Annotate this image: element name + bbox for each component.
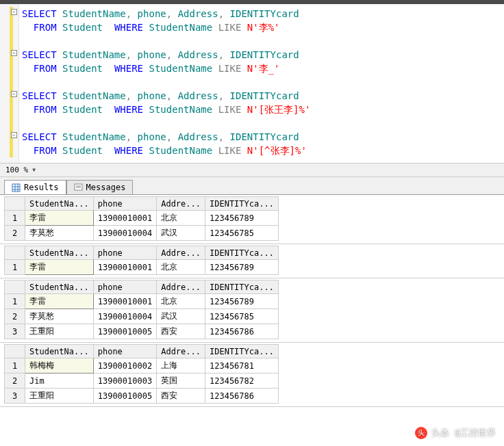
- table-cell[interactable]: 王重阳: [25, 389, 94, 404]
- column-header[interactable]: Addre...: [157, 345, 205, 358]
- table-cell[interactable]: 北京: [157, 260, 205, 275]
- table-cell[interactable]: 13900010005: [93, 389, 156, 404]
- rownum-cell[interactable]: 1: [5, 294, 25, 309]
- code-line[interactable]: −SELECT StudentName, phone, Address, IDE…: [19, 48, 504, 62]
- code-line[interactable]: FROM Student WHERE StudentName LIKE N'[张…: [19, 103, 504, 116]
- table-cell[interactable]: 123456786: [205, 324, 278, 339]
- table-row[interactable]: 2李莫愁13900010004武汉123456785: [5, 226, 279, 241]
- table-cell[interactable]: 李莫愁: [25, 309, 94, 324]
- table-cell[interactable]: 123456782: [205, 373, 278, 389]
- rownum-header[interactable]: [5, 345, 25, 358]
- table-cell[interactable]: 英国: [157, 373, 205, 389]
- column-header[interactable]: Addre...: [157, 280, 205, 294]
- zoom-value[interactable]: 100 %: [5, 166, 28, 174]
- column-header[interactable]: StudentNa...: [25, 280, 94, 294]
- code-line[interactable]: [19, 116, 504, 130]
- table-row[interactable]: 2Jim13900010003英国123456782: [5, 373, 279, 389]
- table-cell[interactable]: 123456786: [205, 389, 278, 404]
- rownum-cell[interactable]: 3: [5, 389, 25, 404]
- table-cell[interactable]: 123456789: [205, 294, 278, 309]
- table-cell[interactable]: 123456789: [205, 260, 278, 275]
- column-header[interactable]: phone: [93, 345, 156, 358]
- column-header[interactable]: phone: [93, 197, 156, 211]
- rownum-cell[interactable]: 1: [5, 260, 25, 275]
- table-row[interactable]: 1李雷13900010001北京123456789: [5, 211, 279, 226]
- tab-results-label: Results: [24, 183, 59, 192]
- table-cell[interactable]: 韩梅梅: [25, 358, 94, 373]
- table-cell[interactable]: 西安: [157, 324, 205, 339]
- table-cell[interactable]: 123456785: [205, 309, 278, 324]
- code-line[interactable]: −SELECT StudentName, phone, Address, IDE…: [19, 7, 504, 21]
- column-header[interactable]: IDENTITYca...: [205, 246, 278, 260]
- table-cell[interactable]: 123456789: [205, 211, 278, 226]
- table-cell[interactable]: 上海: [157, 358, 205, 373]
- column-header[interactable]: IDENTITYca...: [205, 197, 278, 211]
- fold-icon[interactable]: −: [11, 91, 17, 97]
- rownum-cell[interactable]: 2: [5, 226, 25, 241]
- column-header[interactable]: phone: [93, 246, 156, 260]
- table-cell[interactable]: 西安: [157, 389, 205, 404]
- rownum-header[interactable]: [5, 280, 25, 294]
- table-cell[interactable]: 北京: [157, 211, 205, 226]
- table-cell[interactable]: 13900010001: [93, 260, 156, 275]
- table-row[interactable]: 1李雷13900010001北京123456789: [5, 260, 279, 275]
- fold-icon[interactable]: −: [11, 9, 17, 15]
- column-header[interactable]: Addre...: [157, 246, 205, 260]
- fold-icon[interactable]: −: [11, 132, 17, 138]
- column-header[interactable]: IDENTITYca...: [205, 345, 278, 358]
- table-cell[interactable]: 李雷: [25, 260, 94, 275]
- result-table: StudentNa...phoneAddre...IDENTITYca...1李…: [4, 280, 279, 339]
- table-row[interactable]: 1韩梅梅13900010002上海123456781: [5, 358, 279, 373]
- rownum-cell[interactable]: 1: [5, 211, 25, 226]
- table-cell[interactable]: 13900010003: [93, 373, 156, 389]
- tab-results[interactable]: Results: [4, 180, 66, 194]
- rownum-cell[interactable]: 1: [5, 358, 25, 373]
- rownum-header[interactable]: [5, 197, 25, 211]
- table-cell[interactable]: 13900010004: [93, 226, 156, 241]
- table-cell[interactable]: 13900010005: [93, 324, 156, 339]
- table-row[interactable]: 3王重阳13900010005西安123456786: [5, 324, 279, 339]
- table-cell[interactable]: 李雷: [25, 211, 94, 226]
- table-cell[interactable]: 北京: [157, 294, 205, 309]
- result-table: StudentNa...phoneAddre...IDENTITYca...1李…: [4, 246, 279, 275]
- table-cell[interactable]: 123456785: [205, 226, 278, 241]
- table-cell[interactable]: 李雷: [25, 294, 94, 309]
- rownum-cell[interactable]: 2: [5, 373, 25, 389]
- table-cell[interactable]: 13900010002: [93, 358, 156, 373]
- table-header-row: StudentNa...phoneAddre...IDENTITYca...: [5, 280, 279, 294]
- code-line[interactable]: −SELECT StudentName, phone, Address, IDE…: [19, 89, 504, 103]
- code-line[interactable]: [19, 75, 504, 89]
- code-line[interactable]: FROM Student WHERE StudentName LIKE N'李%…: [19, 21, 504, 34]
- tab-messages[interactable]: Messages: [66, 180, 134, 194]
- table-cell[interactable]: 武汉: [157, 309, 205, 324]
- table-cell[interactable]: 王重阳: [25, 324, 94, 339]
- fold-icon[interactable]: −: [11, 50, 17, 56]
- column-header[interactable]: StudentNa...: [25, 197, 94, 211]
- column-header[interactable]: StudentNa...: [25, 246, 94, 260]
- code-line[interactable]: FROM Student WHERE StudentName LIKE N'李_…: [19, 62, 504, 75]
- table-cell[interactable]: 李莫愁: [25, 226, 94, 241]
- column-header[interactable]: phone: [93, 280, 156, 294]
- table-cell[interactable]: 武汉: [157, 226, 205, 241]
- table-cell[interactable]: Jim: [25, 373, 94, 389]
- rownum-cell[interactable]: 3: [5, 324, 25, 339]
- rownum-header[interactable]: [5, 246, 25, 260]
- sql-editor[interactable]: −SELECT StudentName, phone, Address, IDE…: [0, 4, 504, 163]
- tab-messages-label: Messages: [86, 183, 126, 192]
- table-row[interactable]: 2李莫愁13900010004武汉123456785: [5, 309, 279, 324]
- table-cell[interactable]: 13900010004: [93, 309, 156, 324]
- column-header[interactable]: IDENTITYca...: [205, 280, 278, 294]
- result-block: StudentNa...phoneAddre...IDENTITYca...1韩…: [0, 343, 504, 407]
- code-line[interactable]: −SELECT StudentName, phone, Address, IDE…: [19, 130, 504, 144]
- table-cell[interactable]: 123456781: [205, 358, 278, 373]
- column-header[interactable]: StudentNa...: [25, 345, 94, 358]
- chevron-down-icon[interactable]: ▼: [32, 167, 36, 173]
- table-row[interactable]: 3王重阳13900010005西安123456786: [5, 389, 279, 404]
- code-line[interactable]: [19, 34, 504, 48]
- table-cell[interactable]: 13900010001: [93, 294, 156, 309]
- table-row[interactable]: 1李雷13900010001北京123456789: [5, 294, 279, 309]
- code-line[interactable]: FROM Student WHERE StudentName LIKE N'[^…: [19, 144, 504, 157]
- table-cell[interactable]: 13900010001: [93, 211, 156, 226]
- rownum-cell[interactable]: 2: [5, 309, 25, 324]
- column-header[interactable]: Addre...: [157, 197, 205, 211]
